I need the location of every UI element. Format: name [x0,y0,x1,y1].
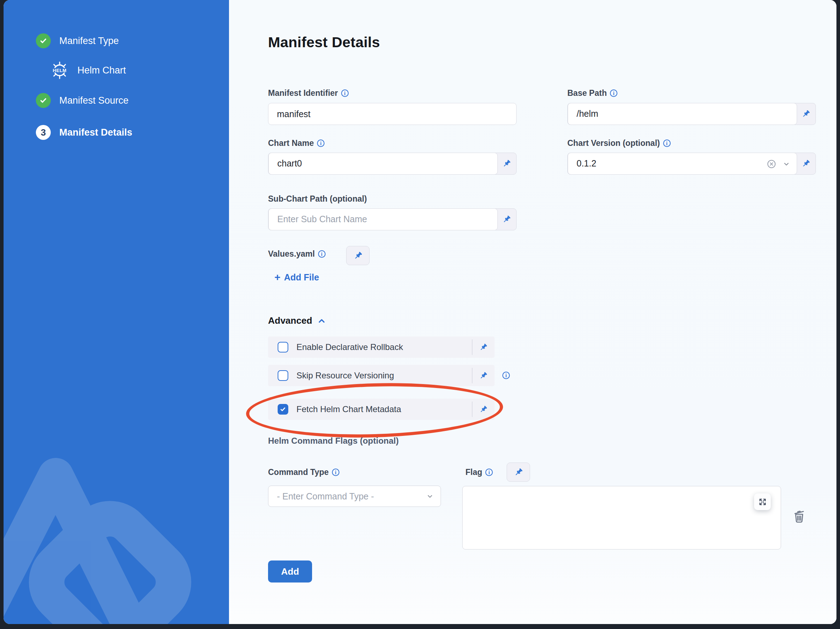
manifest-details-panel: Manifest Details Manifest Identifier Bas… [229,0,837,624]
info-icon[interactable] [317,139,325,147]
chevron-down-icon [426,492,434,500]
info-icon[interactable] [341,90,349,97]
wizard-sidebar: Manifest Type HELM Helm Cha [3,0,229,624]
clear-icon[interactable] [766,159,777,169]
manifest-identifier-input[interactable] [268,103,516,125]
divider [472,339,472,355]
pin-icon[interactable] [475,399,492,420]
checkbox-label: Skip Resource Versioning [297,370,394,380]
info-icon[interactable] [502,372,510,379]
chart-version-field [567,153,816,175]
divider [472,368,472,383]
step-complete-icon [36,33,51,48]
step-label: Manifest Type [59,36,119,46]
expand-icon[interactable] [754,493,771,510]
step-number-badge: 3 [36,125,51,140]
info-icon[interactable] [318,250,325,258]
pin-icon[interactable] [346,246,369,265]
pin-icon[interactable] [507,462,530,482]
sidebar-manifest-type-helm-chart[interactable]: HELM Helm Chart [51,61,126,79]
chart-version-controls [766,153,791,175]
plus-icon: + [275,272,281,282]
checkbox-label: Fetch Helm Chart Metadata [297,404,401,414]
chart-version-input[interactable] [568,153,797,175]
info-icon[interactable] [663,139,671,147]
trash-icon[interactable] [791,508,807,525]
sub-chart-path-input[interactable] [268,208,498,230]
info-icon[interactable] [485,468,493,476]
svg-text:HELM: HELM [53,68,67,73]
pin-icon[interactable] [796,153,815,174]
page-background: Manifest Type HELM Helm Cha [0,0,840,629]
helm-logo-icon: HELM [51,61,69,79]
pin-icon[interactable] [475,336,492,358]
sub-chart-path-field [268,208,516,230]
command-type-select[interactable]: - Enter Command Type - [268,486,441,507]
add-file-button[interactable]: + Add File [275,272,319,282]
divider [472,402,472,417]
checkbox-label: Enable Declarative Rollback [297,342,403,352]
manifest-identifier-label: Manifest Identifier [268,88,349,98]
chart-name-input[interactable] [268,153,498,175]
step-complete-icon [36,93,51,108]
base-path-label: Base Path [567,88,617,98]
base-path-input[interactable] [568,103,797,125]
helm-command-flags-label: Helm Command Flags (optional) [268,436,399,446]
base-path-field [567,103,816,125]
command-type-placeholder: - Enter Command Type - [277,491,426,501]
sidebar-step-manifest-source[interactable]: Manifest Source [36,93,128,108]
sidebar-step-manifest-type[interactable]: Manifest Type [36,33,119,48]
add-button[interactable]: Add [268,561,312,583]
checkbox[interactable] [278,370,288,381]
flag-textarea[interactable] [462,486,781,550]
page-title: Manifest Details [268,34,380,51]
chart-version-label: Chart Version (optional) [567,139,671,148]
sub-chart-path-label: Sub-Chart Path (optional) [268,194,367,204]
checkbox[interactable] [278,404,288,415]
step-label: Manifest Details [59,127,133,138]
info-icon[interactable] [610,90,617,97]
manifest-type-label: Helm Chart [77,65,126,76]
step-label: Manifest Source [59,95,128,106]
chart-name-label: Chart Name [268,139,325,148]
pin-icon[interactable] [796,103,815,125]
checkbox-row-fetch-helm-chart-metadata[interactable]: Fetch Helm Chart Metadata [268,399,494,420]
chevron-down-icon[interactable] [782,160,791,168]
command-type-label: Command Type [268,468,339,477]
advanced-section-toggle[interactable]: Advanced [268,315,326,326]
checkbox-row-declarative-rollback[interactable]: Enable Declarative Rollback [268,336,494,358]
pin-icon[interactable] [497,153,516,174]
chevron-up-icon [317,316,326,325]
sidebar-step-manifest-details[interactable]: 3 Manifest Details [36,125,133,140]
manifest-wizard-modal: Manifest Type HELM Helm Cha [3,0,837,624]
checkbox-row-skip-resource-versioning[interactable]: Skip Resource Versioning [268,365,494,386]
checkbox[interactable] [278,342,288,353]
values-yaml-label: Values.yaml [268,249,325,259]
info-icon[interactable] [332,468,339,476]
chart-name-field [268,153,516,175]
pin-icon[interactable] [475,365,492,386]
flag-label: Flag [466,468,493,477]
pin-icon[interactable] [497,209,516,230]
